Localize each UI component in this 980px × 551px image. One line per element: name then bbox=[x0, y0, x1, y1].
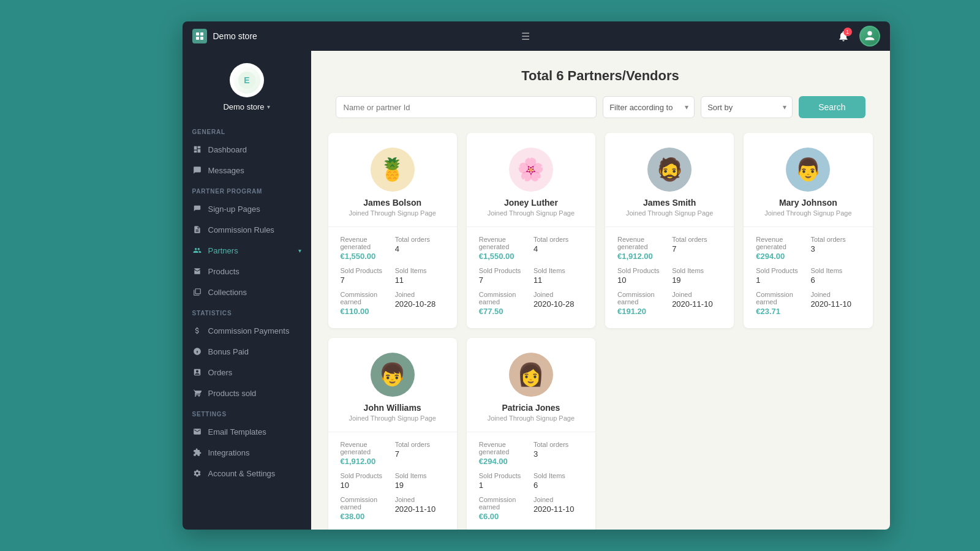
signup-icon bbox=[192, 204, 202, 214]
card-avatar-wrap: 👩 bbox=[479, 353, 583, 397]
joined-date-label: Joined bbox=[533, 496, 583, 503]
partner-card[interactable]: 🌸 Joney Luther Joined Through Signup Pag… bbox=[467, 133, 595, 328]
stat-revenue: Revenue generated €294.00 bbox=[479, 441, 529, 466]
stat-commission: Commission earned €23.71 bbox=[756, 291, 805, 316]
total-orders-label: Total orders bbox=[395, 236, 445, 243]
stat-joined-date: Joined 2020-11-10 bbox=[810, 291, 860, 316]
stat-sold-items: Sold Items 11 bbox=[395, 267, 445, 285]
partner-name: Patricia Jones bbox=[479, 403, 583, 413]
stat-sold-items: Sold Items 6 bbox=[533, 472, 583, 490]
sidebar-item-commission-payments[interactable]: Commission Payments bbox=[183, 320, 311, 341]
sidebar-item-products-sold[interactable]: Products sold bbox=[183, 383, 311, 403]
search-button[interactable]: Search bbox=[799, 96, 865, 118]
sidebar-item-integrations[interactable]: Integrations bbox=[183, 442, 311, 463]
stat-sold-products: Sold Products 7 bbox=[341, 267, 390, 285]
sidebar-item-messages[interactable]: Messages bbox=[183, 160, 311, 181]
revenue-value: €294.00 bbox=[479, 457, 529, 466]
orders-icon bbox=[192, 367, 202, 377]
commission-label: Commission earned bbox=[479, 291, 529, 305]
stat-sold-products: Sold Products 1 bbox=[479, 472, 529, 490]
total-orders-value: 4 bbox=[533, 244, 583, 253]
partner-joined-label: Joined Through Signup Page bbox=[756, 209, 860, 217]
page-header: Total 6 Partners/Vendors bbox=[311, 51, 890, 96]
total-orders-value: 7 bbox=[672, 244, 722, 253]
stat-revenue: Revenue generated €1,550.00 bbox=[341, 236, 390, 261]
svg-rect-1 bbox=[200, 32, 203, 36]
partner-name: James Smith bbox=[617, 198, 722, 208]
revenue-label: Revenue generated bbox=[479, 236, 529, 250]
stat-joined-date: Joined 2020-11-10 bbox=[672, 291, 722, 316]
messages-icon bbox=[192, 165, 202, 175]
revenue-value: €1,550.00 bbox=[341, 252, 390, 261]
commission-value: €6.00 bbox=[479, 512, 529, 521]
stat-total-orders: Total orders 3 bbox=[810, 236, 860, 261]
commission-payments-icon bbox=[192, 326, 202, 335]
total-orders-value: 3 bbox=[810, 244, 860, 253]
stat-joined-date: Joined 2020-11-10 bbox=[395, 496, 445, 521]
store-section: E Demo store ▾ bbox=[183, 51, 311, 121]
revenue-label: Revenue generated bbox=[341, 236, 390, 250]
avatar-emoji: 👦 bbox=[379, 362, 406, 388]
partner-card[interactable]: 🧔 James Smith Joined Through Signup Page… bbox=[605, 133, 734, 328]
partner-name: John Williams bbox=[341, 403, 445, 413]
card-avatar: 🧔 bbox=[647, 148, 692, 192]
sidebar-item-collections[interactable]: Collections bbox=[183, 282, 311, 302]
partner-card[interactable]: 👨 Mary Johnson Joined Through Signup Pag… bbox=[744, 133, 872, 328]
svg-rect-0 bbox=[196, 32, 199, 36]
stat-revenue: Revenue generated €1,550.00 bbox=[479, 236, 529, 261]
joined-date-value: 2020-11-10 bbox=[810, 299, 860, 309]
sidebar-item-commission-rules[interactable]: Commission Rules bbox=[183, 219, 311, 240]
sidebar-item-dashboard[interactable]: Dashboard bbox=[183, 139, 311, 160]
sidebar-item-bonus-paid[interactable]: Bonus Paid bbox=[183, 341, 311, 362]
partner-card[interactable]: 👦 John Williams Joined Through Signup Pa… bbox=[328, 338, 457, 530]
avatar-emoji: 🧔 bbox=[656, 157, 684, 182]
notification-bell[interactable]: 1 bbox=[834, 26, 853, 46]
sold-products-value: 1 bbox=[756, 276, 805, 285]
bonus-paid-icon bbox=[192, 347, 202, 356]
sold-items-value: 6 bbox=[533, 481, 583, 490]
sidebar-item-signup-pages[interactable]: Sign-up Pages bbox=[183, 198, 311, 219]
settings-icon bbox=[192, 468, 202, 478]
partners-chevron-icon: ▾ bbox=[298, 247, 301, 254]
sidebar-item-email-templates[interactable]: Email Templates bbox=[183, 421, 311, 442]
email-icon bbox=[192, 427, 202, 437]
sidebar-item-partners[interactable]: Partners ▾ bbox=[183, 240, 311, 261]
stat-commission: Commission earned €77.50 bbox=[479, 291, 529, 316]
search-input[interactable] bbox=[336, 96, 597, 118]
svg-text:E: E bbox=[244, 75, 249, 85]
partner-joined-label: Joined Through Signup Page bbox=[479, 209, 583, 217]
user-avatar-top[interactable] bbox=[859, 26, 880, 47]
commission-label: Commission earned bbox=[479, 496, 529, 511]
sidebar-item-orders[interactable]: Orders bbox=[183, 362, 311, 383]
sold-products-label: Sold Products bbox=[341, 472, 390, 479]
stat-joined-date: Joined 2020-10-28 bbox=[533, 291, 583, 316]
commission-value: €110.00 bbox=[341, 307, 390, 316]
stat-revenue: Revenue generated €294.00 bbox=[756, 236, 805, 261]
revenue-value: €1,912.00 bbox=[617, 252, 667, 261]
commission-label: Commission earned bbox=[617, 291, 667, 305]
partner-program-section-label: PARTNER PROGRAM bbox=[183, 181, 311, 198]
hamburger-icon[interactable]: ☰ bbox=[521, 31, 530, 42]
total-orders-label: Total orders bbox=[533, 236, 583, 243]
sidebar-item-products[interactable]: Products bbox=[183, 261, 311, 282]
notification-badge: 1 bbox=[843, 28, 852, 36]
card-divider bbox=[328, 432, 457, 432]
stat-total-orders: Total orders 4 bbox=[533, 236, 583, 261]
partner-card[interactable]: 👩 Patricia Jones Joined Through Signup P… bbox=[467, 338, 595, 530]
partner-joined-label: Joined Through Signup Page bbox=[479, 414, 583, 422]
app-logo bbox=[192, 29, 207, 43]
sold-items-label: Sold Items bbox=[395, 267, 445, 274]
filter-select[interactable]: Filter according to bbox=[603, 96, 695, 118]
partner-card[interactable]: 🍍 James Bolson Joined Through Signup Pag… bbox=[328, 133, 457, 328]
partners-cards-area: 🍍 James Bolson Joined Through Signup Pag… bbox=[311, 133, 890, 530]
card-avatar-wrap: 🌸 bbox=[479, 148, 583, 192]
sold-products-label: Sold Products bbox=[479, 267, 529, 274]
card-avatar: 👩 bbox=[509, 353, 553, 397]
sidebar-item-account-settings[interactable]: Account & Settings bbox=[183, 463, 311, 484]
store-name-label[interactable]: Demo store ▾ bbox=[223, 102, 270, 111]
sort-select[interactable]: Sort by bbox=[701, 96, 793, 118]
cards-grid: 🍍 James Bolson Joined Through Signup Pag… bbox=[328, 133, 873, 530]
partner-joined-label: Joined Through Signup Page bbox=[341, 414, 445, 422]
card-stats: Revenue generated €1,912.00 Total orders… bbox=[341, 441, 445, 521]
stat-commission: Commission earned €38.00 bbox=[341, 496, 390, 521]
